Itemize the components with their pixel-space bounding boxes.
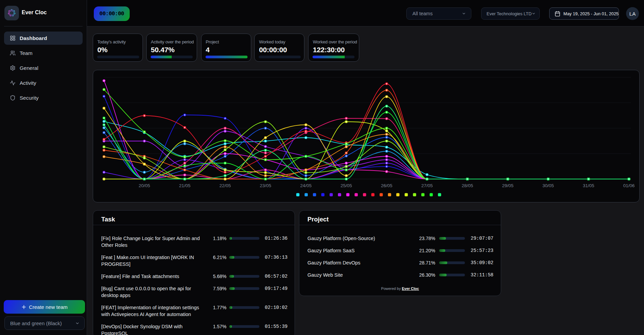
svg-text:25/05: 25/05: [340, 183, 352, 188]
svg-text:31/05: 31/05: [583, 183, 594, 188]
svg-text:27/05: 27/05: [421, 183, 433, 188]
svg-text:30/05: 30/05: [542, 183, 554, 188]
svg-text:26/05: 26/05: [381, 183, 392, 188]
svg-text:28/05: 28/05: [461, 183, 473, 188]
svg-text:29/05: 29/05: [502, 183, 513, 188]
svg-text:01/06: 01/06: [623, 183, 635, 188]
svg-text:24/05: 24/05: [300, 183, 312, 188]
svg-text:21/05: 21/05: [179, 183, 190, 188]
svg-text:22/05: 22/05: [219, 183, 231, 188]
svg-text:23/05: 23/05: [260, 183, 271, 188]
svg-text:20/05: 20/05: [138, 183, 150, 188]
